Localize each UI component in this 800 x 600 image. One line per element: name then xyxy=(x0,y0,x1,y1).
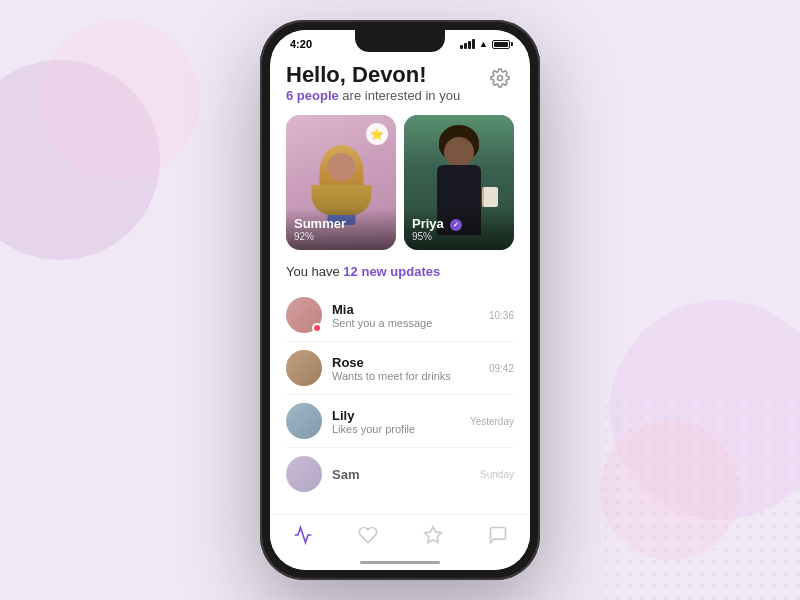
chat-icon xyxy=(488,525,508,545)
card-star-summer[interactable]: ⭐ xyxy=(366,123,388,145)
settings-button[interactable] xyxy=(486,64,514,92)
status-icons: ▲ xyxy=(460,39,510,49)
signal-bar-3 xyxy=(468,41,471,49)
summer-card-overlay: Summer 92% xyxy=(286,208,396,250)
activity-item-rose[interactable]: Rose Wants to meet for drinks 09:42 xyxy=(286,342,514,395)
activity-info-lily: Lily Likes your profile xyxy=(332,408,470,435)
updates-header: You have 12 new updates xyxy=(286,264,514,279)
avatar-circle-rose xyxy=(286,350,322,386)
priya-percent: 95% xyxy=(412,231,506,242)
page-header: Hello, Devon! 6 people are interested in… xyxy=(286,62,514,113)
battery-icon xyxy=(492,40,510,49)
signal-bar-4 xyxy=(472,39,475,49)
avatar-circle-lily xyxy=(286,403,322,439)
activity-name-lily: Lily xyxy=(332,408,470,423)
signal-icon xyxy=(460,39,475,49)
updates-prefix: You have xyxy=(286,264,343,279)
phone-frame: 4:20 ▲ Hello, Devon! xyxy=(260,20,540,580)
activity-name-mia: Mia xyxy=(332,302,489,317)
activity-item-sam[interactable]: Sam Sunday xyxy=(286,448,514,500)
nav-item-messages[interactable] xyxy=(478,523,518,547)
activity-msg-mia: Sent you a message xyxy=(332,317,489,329)
wifi-icon: ▲ xyxy=(479,39,488,49)
main-content: Hello, Devon! 6 people are interested in… xyxy=(270,54,530,514)
avatar-sam xyxy=(286,456,322,492)
activity-item-lily[interactable]: Lily Likes your profile Yesterday xyxy=(286,395,514,448)
priya-name: Priya ✓ xyxy=(412,216,506,231)
activity-item-mia[interactable]: Mia Sent you a message 10:36 xyxy=(286,289,514,342)
activity-time-sam: Sunday xyxy=(480,469,514,480)
notification-dot-mia xyxy=(312,323,322,333)
home-indicator xyxy=(270,557,530,570)
profile-card-priya[interactable]: 🌸🌸 Priya ✓ 95% xyxy=(404,115,514,250)
subtitle-count: 6 people xyxy=(286,88,339,103)
phone-screen: 4:20 ▲ Hello, Devon! xyxy=(270,30,530,570)
svg-point-0 xyxy=(498,76,503,81)
summer-hair xyxy=(319,145,363,200)
activity-time-rose: 09:42 xyxy=(489,363,514,374)
activity-info-mia: Mia Sent you a message xyxy=(332,302,489,329)
updates-count: 12 xyxy=(343,264,357,279)
activity-time-lily: Yesterday xyxy=(470,416,514,427)
svg-marker-1 xyxy=(424,527,441,543)
avatar-lily xyxy=(286,403,322,439)
updates-suffix: new updates xyxy=(361,264,440,279)
home-bar xyxy=(360,561,440,564)
status-time: 4:20 xyxy=(290,38,312,50)
signal-bar-2 xyxy=(464,43,467,49)
star-nav-icon xyxy=(423,525,443,545)
verified-badge: ✓ xyxy=(450,219,462,231)
nav-item-likes[interactable] xyxy=(348,523,388,547)
heart-icon xyxy=(358,525,378,545)
greeting-title: Hello, Devon! xyxy=(286,62,460,88)
activity-msg-lily: Likes your profile xyxy=(332,423,470,435)
nav-item-favorites[interactable] xyxy=(413,523,453,547)
bg-dots xyxy=(600,400,800,600)
activity-info-sam: Sam xyxy=(332,467,480,482)
activity-time-mia: 10:36 xyxy=(489,310,514,321)
bg-blob-2 xyxy=(40,20,200,180)
avatar-mia xyxy=(286,297,322,333)
avatar-circle-sam xyxy=(286,456,322,492)
nav-item-activity[interactable] xyxy=(283,523,323,547)
signal-bar-1 xyxy=(460,45,463,49)
activity-list: Mia Sent you a message 10:36 Rose Wants … xyxy=(286,289,514,500)
priya-book xyxy=(482,187,498,207)
priya-card-overlay: Priya ✓ 95% xyxy=(404,208,514,250)
avatar-rose xyxy=(286,350,322,386)
activity-info-rose: Rose Wants to meet for drinks xyxy=(332,355,489,382)
profile-cards: ⭐ Summer 92% 🌸🌸 xyxy=(286,115,514,250)
bottom-nav xyxy=(270,514,530,557)
gear-icon xyxy=(490,68,510,88)
activity-msg-rose: Wants to meet for drinks xyxy=(332,370,489,382)
greeting-block: Hello, Devon! 6 people are interested in… xyxy=(286,62,460,113)
subtitle-suffix: are interested in you xyxy=(339,88,460,103)
activity-name-rose: Rose xyxy=(332,355,489,370)
subtitle: 6 people are interested in you xyxy=(286,88,460,103)
summer-face xyxy=(327,153,355,181)
activity-name-sam: Sam xyxy=(332,467,480,482)
priya-face xyxy=(444,137,474,167)
summer-name: Summer xyxy=(294,216,388,231)
summer-percent: 92% xyxy=(294,231,388,242)
phone-notch xyxy=(355,30,445,52)
profile-card-summer[interactable]: ⭐ Summer 92% xyxy=(286,115,396,250)
pulse-icon xyxy=(293,525,313,545)
battery-fill xyxy=(494,42,508,47)
